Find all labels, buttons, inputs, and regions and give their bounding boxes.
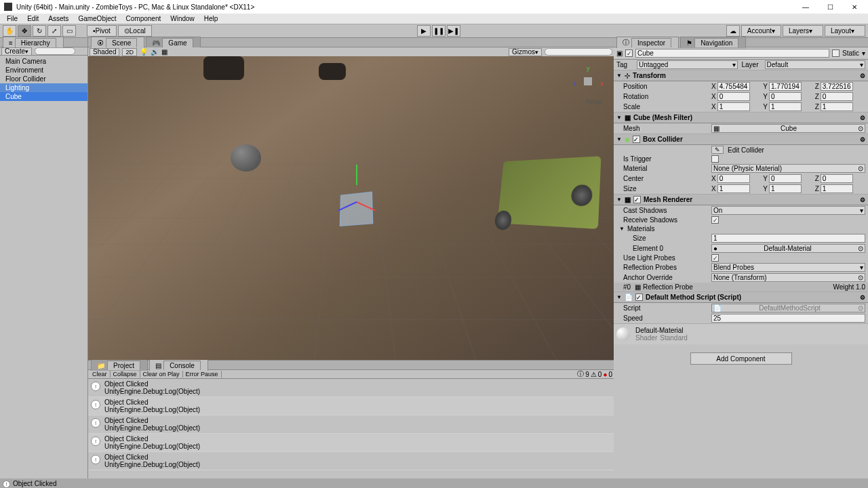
hierarchy-search[interactable]: [35, 47, 75, 55]
pivot-toggle[interactable]: ▪ Pivot: [87, 25, 117, 37]
hand-tool[interactable]: ✋: [3, 25, 16, 37]
receive-shadows-checkbox[interactable]: [711, 216, 719, 224]
element0-field[interactable]: ● Default-Material⊙: [711, 244, 865, 253]
info-count-icon[interactable]: ⓘ: [577, 369, 584, 379]
2d-toggle[interactable]: 2D: [122, 48, 137, 56]
rect-tool[interactable]: ▭: [62, 25, 76, 37]
fx-toggle-icon[interactable]: ▦: [161, 48, 167, 56]
size-y[interactable]: [769, 184, 802, 193]
script-enabled[interactable]: [635, 293, 643, 301]
scale-y[interactable]: [769, 102, 802, 111]
rotate-tool[interactable]: ↻: [33, 25, 46, 37]
console-entry[interactable]: ! Object ClickedUnityEngine.Debug:Log(Ob…: [88, 452, 614, 470]
edit-collider-button[interactable]: ✎: [711, 146, 724, 154]
persp-label[interactable]: Persp: [585, 98, 601, 105]
material-preview[interactable]: Default-Material ShaderStandard: [614, 323, 868, 344]
mesh-renderer-header[interactable]: ▼▦Mesh Renderer: [614, 194, 868, 205]
game-tab[interactable]: 🎮 Game: [146, 37, 200, 48]
hierarchy-tab[interactable]: ≡ Hierarchy: [3, 37, 64, 48]
gear-icon[interactable]: [860, 114, 865, 121]
collider-enabled[interactable]: [633, 136, 640, 143]
materials-size[interactable]: [711, 234, 865, 243]
local-toggle[interactable]: ⊙ Local: [118, 25, 152, 37]
minimize-button[interactable]: —: [796, 0, 815, 14]
mesh-filter-header[interactable]: ▼▦Cube (Mesh Filter): [614, 112, 868, 123]
console-entry[interactable]: ! Object ClickedUnityEngine.Debug:Log(Ob…: [88, 415, 614, 434]
light-probes-checkbox[interactable]: [711, 254, 719, 262]
transform-header[interactable]: ▼⊹Transform: [614, 70, 868, 81]
physic-material-field[interactable]: None (Physic Material)⊙: [711, 164, 865, 173]
pos-z[interactable]: [821, 82, 853, 91]
object-name-input[interactable]: [635, 49, 829, 58]
warn-count-icon[interactable]: ⚠: [591, 371, 597, 378]
center-x[interactable]: [717, 174, 750, 183]
console-entry[interactable]: ! Object ClickedUnityEngine.Debug:Log(Ob…: [88, 397, 614, 415]
rot-z[interactable]: [821, 92, 853, 101]
center-y[interactable]: [769, 174, 802, 183]
hierarchy-item-floor[interactable]: Floor Collider: [0, 75, 87, 83]
console-collapse[interactable]: Collapse: [111, 371, 140, 378]
mesh-field[interactable]: ▦ Cube⊙: [711, 124, 865, 133]
play-button[interactable]: ▶: [417, 25, 431, 37]
scene-axis-gizmo[interactable]: x y z: [573, 66, 604, 97]
center-z[interactable]: [821, 174, 853, 183]
size-x[interactable]: [717, 184, 750, 193]
console-entry[interactable]: ! Object ClickedUnityEngine.Debug:Log(Ob…: [88, 379, 614, 397]
console-error-pause[interactable]: Error Pause: [183, 371, 222, 378]
menu-file[interactable]: File: [3, 15, 22, 22]
console-tab[interactable]: ▤ Console: [149, 359, 208, 371]
menu-component[interactable]: Component: [122, 15, 165, 22]
layout-dropdown[interactable]: Layout ▾: [825, 25, 865, 37]
scene-view[interactable]: x y z Persp: [88, 56, 614, 360]
error-count-icon[interactable]: ●: [603, 371, 607, 378]
menu-gameobject[interactable]: GameObject: [74, 15, 120, 22]
lighting-toggle-icon[interactable]: 💡: [140, 48, 148, 56]
rot-x[interactable]: [717, 92, 750, 101]
hierarchy-item-lighting[interactable]: Lighting: [0, 83, 87, 92]
pause-button[interactable]: ❚❚: [432, 25, 446, 37]
gear-icon[interactable]: [860, 293, 865, 301]
create-dropdown[interactable]: Create ▾: [1, 47, 32, 56]
anchor-override-field[interactable]: None (Transform)⊙: [711, 273, 865, 282]
navigation-tab[interactable]: ⚑ Navigation: [680, 37, 746, 48]
maximize-button[interactable]: ☐: [821, 0, 840, 14]
gear-icon[interactable]: [860, 136, 865, 143]
scale-x[interactable]: [717, 102, 750, 111]
menu-window[interactable]: Window: [166, 15, 199, 22]
is-trigger-checkbox[interactable]: [711, 155, 719, 163]
box-collider-header[interactable]: ▼◈Box Collider: [614, 134, 868, 145]
move-tool[interactable]: ✥: [18, 25, 31, 37]
hierarchy-item-environment[interactable]: Environment: [0, 66, 87, 75]
gear-icon[interactable]: [860, 72, 865, 79]
step-button[interactable]: ▶❚: [447, 25, 460, 37]
menu-assets[interactable]: Assets: [44, 15, 73, 22]
project-tab[interactable]: 📁 Project: [91, 359, 148, 371]
gizmos-dropdown[interactable]: Gizmos ▾: [509, 48, 542, 56]
shaded-dropdown[interactable]: Shaded: [90, 48, 119, 56]
menu-edit[interactable]: Edit: [23, 15, 43, 22]
inspector-tab[interactable]: ⓘ Inspector: [616, 37, 679, 48]
hierarchy-item-camera[interactable]: Main Camera: [0, 57, 87, 66]
layers-dropdown[interactable]: Layers ▾: [783, 25, 823, 37]
account-dropdown[interactable]: Account ▾: [741, 25, 781, 37]
script-header[interactable]: ▼📄Default Method Script (Script): [614, 291, 868, 303]
gear-icon[interactable]: [860, 196, 865, 203]
add-component-button[interactable]: Add Component: [690, 352, 792, 365]
scale-tool[interactable]: ⤢: [47, 25, 61, 37]
pos-x[interactable]: [717, 82, 750, 91]
hierarchy-item-cube[interactable]: Cube: [0, 92, 87, 101]
active-checkbox[interactable]: [625, 49, 633, 57]
tag-dropdown[interactable]: Untagged▾: [637, 60, 738, 69]
console-clear-on-play[interactable]: Clear on Play: [140, 371, 183, 378]
menu-help[interactable]: Help: [200, 15, 222, 22]
static-checkbox[interactable]: [832, 49, 840, 57]
speed-input[interactable]: [711, 314, 865, 323]
audio-toggle-icon[interactable]: 🔊: [151, 48, 159, 56]
size-z[interactable]: [821, 184, 853, 193]
console-list[interactable]: ! Object ClickedUnityEngine.Debug:Log(Ob…: [88, 379, 614, 481]
pos-y[interactable]: [769, 82, 802, 91]
renderer-enabled[interactable]: [633, 196, 641, 203]
cloud-button[interactable]: ☁: [726, 25, 740, 37]
scene-search[interactable]: [545, 48, 612, 56]
console-entry[interactable]: ! Object ClickedUnityEngine.Debug:Log(Ob…: [88, 434, 614, 452]
